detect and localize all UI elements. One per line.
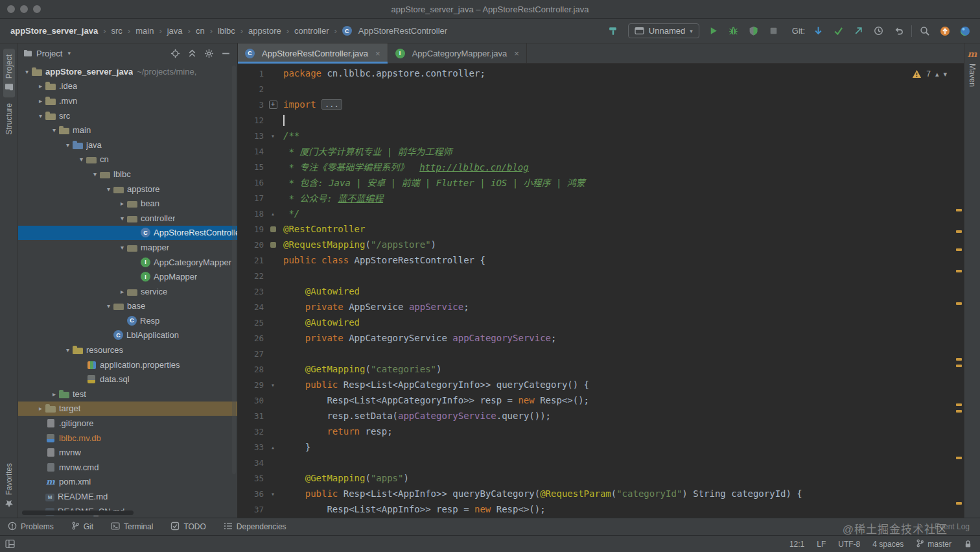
chevron-open-icon[interactable]: ▾ (117, 244, 127, 251)
breadcrumb-item-src[interactable]: src (111, 26, 122, 36)
chevron-open-icon[interactable]: ▾ (76, 156, 86, 163)
chevron-open-icon[interactable]: ▾ (22, 68, 32, 75)
code-line-18[interactable]: 18▴ */ (238, 206, 964, 221)
code-line-16[interactable]: 16 * 包含: Java | 安卓 | 前端 | Flutter | iOS … (238, 174, 964, 190)
git-push-button[interactable] (851, 24, 865, 38)
chevron-closed-icon[interactable]: ▸ (117, 200, 127, 207)
breadcrumb-item-controller[interactable]: controller (294, 26, 329, 36)
update-notification-icon[interactable] (938, 24, 952, 38)
gutter-open-icon[interactable]: ▾ (264, 490, 282, 498)
tree-item-resp[interactable]: CResp (18, 313, 237, 328)
code-line-31[interactable]: 31 resp.setData(appCategoryService.query… (238, 408, 964, 424)
tree-item-pom-xml[interactable]: mpom.xml (18, 475, 237, 490)
code-line-30[interactable]: 30 Resp<List<AppCategoryInfo>> resp = ne… (238, 392, 964, 408)
warning-icon[interactable] (912, 69, 922, 78)
breadcrumb-item-appstorerestcontroller[interactable]: CAppStoreRestController (342, 26, 447, 36)
tree-item-appmapper[interactable]: IAppMapper (18, 269, 237, 284)
tree-item-resources[interactable]: ▾resources (18, 342, 237, 357)
editor[interactable]: 1package cn.lblbc.appstore.controller;23… (238, 64, 964, 518)
code-line-19[interactable]: 19@RestController (238, 221, 964, 237)
chevron-open-icon[interactable]: ▾ (63, 141, 73, 149)
warning-stripe-mark[interactable] (956, 358, 962, 361)
warning-stripe-mark[interactable] (956, 230, 962, 233)
warning-stripe-mark[interactable] (956, 410, 962, 413)
warning-stripe-mark[interactable] (956, 457, 962, 459)
tree-item-service[interactable]: ▸service (18, 284, 237, 299)
project-tree-scrollbar[interactable] (232, 66, 236, 474)
history-button[interactable] (871, 24, 885, 38)
code-line-22[interactable]: 22 (238, 268, 964, 283)
ide-sphere-icon[interactable] (958, 24, 972, 38)
breadcrumb-item-appstore[interactable]: appstore (248, 26, 281, 36)
code-line-21[interactable]: 21public class AppStoreRestController { (238, 252, 964, 268)
git-commit-button[interactable] (831, 24, 845, 38)
gutter-close-icon[interactable]: ▴ (264, 210, 282, 217)
close-icon[interactable]: × (375, 49, 380, 58)
tool-button-maven[interactable]: m Maven (968, 49, 977, 87)
code-line-20[interactable]: 20@RequestMapping("/appstore") (238, 237, 964, 252)
git-update-button[interactable] (811, 24, 825, 38)
tree-item-data-sql[interactable]: data.sql (18, 372, 237, 387)
run-configuration-select[interactable]: Unnamed ▾ (628, 23, 699, 38)
code-line-1[interactable]: 1package cn.lblbc.appstore.controller; (238, 66, 964, 81)
tool-button-favorites[interactable]: Favorites (3, 457, 15, 514)
chevron-open-icon[interactable]: ▾ (49, 126, 59, 134)
tree-item-mapper[interactable]: ▾mapper (18, 240, 237, 255)
chevron-closed-icon[interactable]: ▸ (49, 390, 59, 398)
tree-item-base[interactable]: ▾base (18, 299, 237, 314)
code-line-17[interactable]: 17 * 公众号: 蓝不蓝编程 (238, 190, 964, 206)
tree-item-java[interactable]: ▾java (18, 138, 237, 152)
code-line-24[interactable]: 24 private AppService appService; (238, 299, 964, 315)
next-warning-chevron-icon[interactable]: ▾ (943, 70, 947, 78)
collapse-all-button[interactable] (187, 49, 197, 58)
rollback-button[interactable] (891, 24, 905, 38)
code-line-3[interactable]: 3+import ... (238, 97, 964, 112)
tree-item-readme-md[interactable]: MREADME.md (18, 489, 237, 504)
tree-item-application-properties[interactable]: application.properties (18, 357, 237, 372)
chevron-closed-icon[interactable]: ▸ (36, 82, 45, 90)
chevron-closed-icon[interactable]: ▸ (117, 288, 127, 295)
breadcrumb-item-main[interactable]: main (135, 26, 154, 36)
tree-item-lblbc[interactable]: ▾lblbc (18, 167, 237, 182)
tree-item-cn[interactable]: ▾cn (18, 152, 237, 167)
project-view-select[interactable]: Project ▾ (23, 49, 71, 58)
tree-item-lblbc-mv-db[interactable]: lblbc.mv.db (18, 431, 237, 446)
breadcrumb-item-cn[interactable]: cn (196, 26, 205, 36)
chevron-open-icon[interactable]: ▾ (36, 112, 45, 119)
tree-item-src[interactable]: ▾src (18, 108, 237, 123)
status-git-branch[interactable]: master (916, 539, 951, 549)
tree-item-appcategorymapper[interactable]: IAppCategoryMapper (18, 255, 237, 270)
warning-stripe-mark[interactable] (956, 209, 962, 211)
editor-tab-appstorerestcontroller-java[interactable]: CAppStoreRestController.java× (238, 43, 388, 63)
code-line-35[interactable]: 35 @GetMapping("apps") (238, 470, 964, 486)
chevron-closed-icon[interactable]: ▸ (36, 97, 45, 104)
close-window-button[interactable] (7, 5, 15, 13)
code-line-23[interactable]: 23 @Autowired (238, 283, 964, 299)
tree-item-appstore-server-java[interactable]: ▾appStore_server_java~/projects/mine, (18, 64, 237, 79)
breadcrumb-item-lblbc[interactable]: lblbc (218, 26, 235, 36)
gear-icon[interactable] (204, 49, 214, 58)
chevron-open-icon[interactable]: ▾ (63, 346, 73, 354)
search-everywhere-icon[interactable] (918, 24, 932, 38)
code-line-32[interactable]: 32 return resp; (238, 424, 964, 439)
tool-button-terminal[interactable]: Terminal (111, 522, 153, 533)
tree-item-idea[interactable]: ▸.idea (18, 79, 237, 94)
code-line-36[interactable]: 36▾ public Resp<List<AppInfo>> queryByCa… (238, 486, 964, 501)
warning-stripe-mark[interactable] (956, 270, 962, 272)
warning-stripe-mark[interactable] (956, 502, 962, 505)
tool-button-problems[interactable]: Problems (8, 522, 54, 533)
tree-item-lblapplication[interactable]: CLblApplication (18, 328, 237, 343)
chevron-open-icon[interactable]: ▾ (90, 171, 100, 178)
toolwindow-toggle-icon[interactable] (5, 539, 15, 549)
tree-item-bean[interactable]: ▸bean (18, 196, 237, 211)
breadcrumb-item-appstore-server-java[interactable]: appStore_server_java (10, 26, 98, 36)
run-button[interactable] (706, 24, 721, 38)
tool-button-project[interactable]: Project (3, 49, 15, 97)
chevron-open-icon[interactable]: ▾ (104, 302, 113, 309)
tree-item-appstorerestcontroller[interactable]: CAppStoreRestController (18, 226, 237, 241)
tree-item-controller[interactable]: ▾controller (18, 211, 237, 226)
gutter-bean-icon[interactable] (264, 242, 282, 248)
gutter-open-icon[interactable]: ▾ (264, 381, 282, 389)
code-line-28[interactable]: 28 @GetMapping("categories") (238, 361, 964, 377)
code-line-25[interactable]: 25 @Autowired (238, 315, 964, 330)
